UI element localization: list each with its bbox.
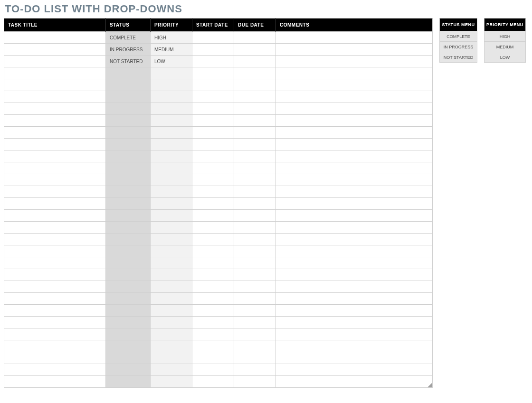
- task-cell[interactable]: [4, 293, 106, 305]
- status-cell[interactable]: [106, 340, 151, 352]
- task-cell[interactable]: [4, 376, 106, 388]
- priority-cell[interactable]: HIGH: [151, 32, 192, 44]
- task-cell[interactable]: [4, 328, 106, 340]
- comments-cell[interactable]: [276, 293, 433, 305]
- start-date-cell[interactable]: [192, 186, 234, 198]
- due-date-cell[interactable]: [234, 127, 276, 139]
- start-date-cell[interactable]: [192, 56, 234, 67]
- priority-cell[interactable]: [151, 222, 192, 234]
- task-cell[interactable]: [4, 32, 106, 44]
- task-cell[interactable]: [4, 186, 106, 198]
- status-cell[interactable]: [106, 79, 151, 91]
- task-cell[interactable]: [4, 91, 106, 103]
- status-cell[interactable]: [106, 364, 151, 376]
- status-cell[interactable]: [106, 376, 151, 388]
- status-cell[interactable]: [106, 257, 151, 269]
- task-cell[interactable]: [4, 352, 106, 364]
- start-date-cell[interactable]: [192, 139, 234, 150]
- comments-cell[interactable]: [276, 127, 433, 139]
- start-date-cell[interactable]: [192, 150, 234, 162]
- status-cell[interactable]: [106, 281, 151, 293]
- comments-cell[interactable]: [276, 305, 433, 317]
- comments-cell[interactable]: [276, 340, 433, 352]
- task-cell[interactable]: [4, 340, 106, 352]
- due-date-cell[interactable]: [234, 317, 276, 328]
- status-menu-item[interactable]: NOT STARTED: [440, 52, 477, 63]
- due-date-cell[interactable]: [234, 234, 276, 245]
- comments-cell[interactable]: [276, 376, 433, 388]
- start-date-cell[interactable]: [192, 305, 234, 317]
- status-cell[interactable]: [106, 198, 151, 210]
- comments-cell[interactable]: [276, 103, 433, 115]
- status-cell[interactable]: [106, 210, 151, 222]
- start-date-cell[interactable]: [192, 352, 234, 364]
- start-date-cell[interactable]: [192, 328, 234, 340]
- due-date-cell[interactable]: [234, 293, 276, 305]
- task-cell[interactable]: [4, 174, 106, 186]
- comments-cell[interactable]: [276, 245, 433, 257]
- due-date-cell[interactable]: [234, 340, 276, 352]
- priority-cell[interactable]: [151, 186, 192, 198]
- priority-cell[interactable]: [151, 376, 192, 388]
- priority-cell[interactable]: [151, 317, 192, 328]
- status-cell[interactable]: [106, 67, 151, 79]
- priority-cell[interactable]: [151, 198, 192, 210]
- status-cell[interactable]: [106, 103, 151, 115]
- due-date-cell[interactable]: [234, 352, 276, 364]
- task-cell[interactable]: [4, 364, 106, 376]
- status-cell[interactable]: [106, 245, 151, 257]
- start-date-cell[interactable]: [192, 79, 234, 91]
- status-cell[interactable]: [106, 293, 151, 305]
- comments-cell[interactable]: [276, 317, 433, 328]
- task-cell[interactable]: [4, 317, 106, 328]
- priority-cell[interactable]: [151, 174, 192, 186]
- status-menu-item[interactable]: COMPLETE: [440, 31, 477, 42]
- due-date-cell[interactable]: [234, 44, 276, 56]
- start-date-cell[interactable]: [192, 115, 234, 127]
- priority-cell[interactable]: [151, 293, 192, 305]
- priority-cell[interactable]: [151, 281, 192, 293]
- priority-menu-item[interactable]: LOW: [484, 52, 526, 63]
- due-date-cell[interactable]: [234, 328, 276, 340]
- comments-cell[interactable]: [276, 44, 433, 56]
- comments-cell[interactable]: [276, 32, 433, 44]
- task-cell[interactable]: [4, 198, 106, 210]
- due-date-cell[interactable]: [234, 245, 276, 257]
- priority-cell[interactable]: [151, 245, 192, 257]
- priority-cell[interactable]: MEDIUM: [151, 44, 192, 56]
- comments-cell[interactable]: [276, 210, 433, 222]
- comments-cell[interactable]: [276, 364, 433, 376]
- priority-cell[interactable]: [151, 257, 192, 269]
- due-date-cell[interactable]: [234, 174, 276, 186]
- start-date-cell[interactable]: [192, 257, 234, 269]
- due-date-cell[interactable]: [234, 162, 276, 174]
- priority-cell[interactable]: [151, 91, 192, 103]
- task-cell[interactable]: [4, 234, 106, 245]
- due-date-cell[interactable]: [234, 186, 276, 198]
- due-date-cell[interactable]: [234, 305, 276, 317]
- status-menu-item[interactable]: IN PROGRESS: [440, 42, 477, 52]
- start-date-cell[interactable]: [192, 67, 234, 79]
- task-cell[interactable]: [4, 79, 106, 91]
- priority-cell[interactable]: [151, 115, 192, 127]
- due-date-cell[interactable]: [234, 269, 276, 281]
- task-cell[interactable]: [4, 210, 106, 222]
- status-cell[interactable]: [106, 127, 151, 139]
- comments-cell[interactable]: [276, 174, 433, 186]
- status-cell[interactable]: [106, 150, 151, 162]
- start-date-cell[interactable]: [192, 234, 234, 245]
- status-cell[interactable]: [106, 352, 151, 364]
- comments-cell[interactable]: [276, 269, 433, 281]
- due-date-cell[interactable]: [234, 103, 276, 115]
- due-date-cell[interactable]: [234, 210, 276, 222]
- due-date-cell[interactable]: [234, 56, 276, 67]
- start-date-cell[interactable]: [192, 32, 234, 44]
- comments-cell[interactable]: [276, 222, 433, 234]
- status-cell[interactable]: NOT STARTED: [106, 56, 151, 67]
- priority-cell[interactable]: [151, 210, 192, 222]
- start-date-cell[interactable]: [192, 162, 234, 174]
- start-date-cell[interactable]: [192, 222, 234, 234]
- priority-cell[interactable]: [151, 352, 192, 364]
- comments-cell[interactable]: [276, 257, 433, 269]
- status-cell[interactable]: [106, 115, 151, 127]
